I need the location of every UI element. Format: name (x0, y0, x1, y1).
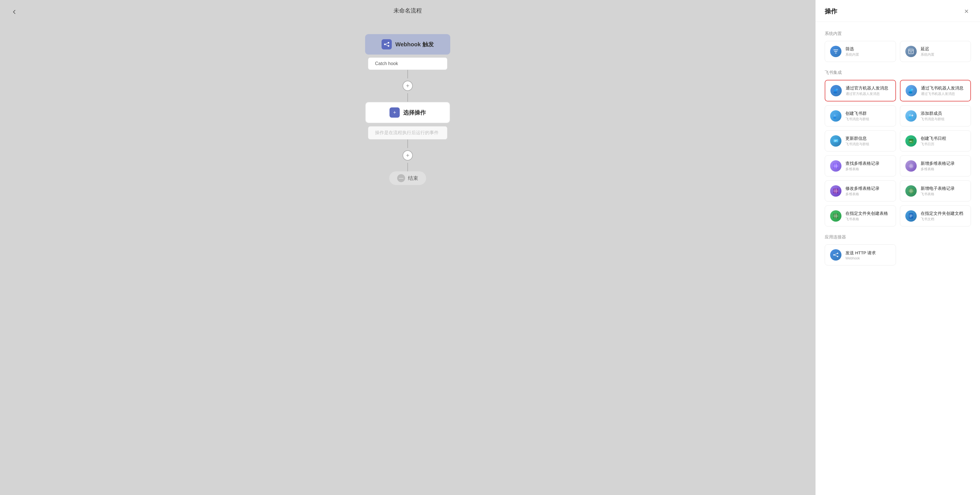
svg-point-2 (388, 45, 390, 47)
svg-rect-40 (908, 189, 913, 193)
svg-rect-45 (834, 214, 838, 219)
trigger-box[interactable]: Webhook 触发 (365, 34, 450, 54)
connector-1 (407, 70, 408, 78)
create-group-text: 创建飞书群 飞书消息与群组 (845, 110, 869, 121)
update-group-sub: 飞书消息与群组 (845, 142, 869, 147)
panel-title: 操作 (825, 7, 837, 16)
add-bitable-title: 新增多维表格记录 (921, 160, 955, 166)
add-btn-1[interactable]: + (402, 81, 413, 91)
feishu-actions-grid: 通过官方机器人发消息 通过官方机器人发消息 通过飞书机器人发消息 通过飞书机器人… (825, 80, 971, 227)
svg-point-13 (834, 115, 836, 117)
create-group-title: 创建飞书群 (845, 110, 869, 116)
http-title: 发送 HTTP 请求 (845, 250, 876, 256)
svg-point-14 (836, 114, 838, 116)
svg-rect-30 (908, 164, 913, 169)
filter-card-text: 筛选 系统内置 (845, 46, 859, 57)
svg-rect-22 (908, 139, 913, 141)
svg-point-17 (908, 117, 911, 118)
action-card-update-group[interactable]: 更新群信息 飞书消息与群组 (825, 131, 896, 152)
svg-point-16 (909, 114, 911, 116)
svg-point-51 (833, 254, 835, 256)
trigger-label: Webhook 触发 (395, 41, 433, 48)
feishu-bot-icon (905, 85, 917, 96)
http-icon (830, 249, 842, 260)
action-card-http[interactable]: 发送 HTTP 请求 Webhook (825, 244, 896, 265)
add-member-icon (905, 110, 917, 121)
action-card-create-calendar[interactable]: 创建飞书日程 飞书日历 (900, 131, 971, 152)
action-icon: + (390, 107, 400, 118)
create-doc-folder-text: 在指定文件夹创建文档 飞书文档 (921, 210, 963, 222)
svg-rect-25 (834, 164, 838, 169)
find-bitable-text: 查找多维表格记录 多维表格 (845, 160, 880, 172)
action-card-edit-bitable[interactable]: 修改多维表格记录 多维表格 (825, 180, 896, 201)
delay-card-text: 延迟 系统内置 (921, 46, 934, 57)
panel-header: 操作 ✕ (816, 0, 980, 22)
action-label: 选择操作 (403, 109, 426, 117)
back-button[interactable] (9, 7, 19, 17)
action-card-add-bitable[interactable]: 新增多维表格记录 多维表格 (900, 155, 971, 176)
svg-rect-23 (910, 141, 910, 142)
add-sheet-sub: 飞书表格 (921, 192, 955, 196)
official-bot-icon (830, 85, 842, 96)
filter-title: 筛选 (845, 46, 859, 52)
create-table-folder-text: 在指定文件夹创建表格 飞书表格 (845, 210, 888, 222)
official-bot-sub: 通过官方机器人发消息 (846, 91, 888, 96)
add-sheet-title: 新增电子表格记录 (921, 185, 955, 191)
connector-2 (407, 93, 408, 102)
action-card-delay[interactable]: 延迟 系统内置 (900, 41, 971, 62)
edit-bitable-title: 修改多维表格记录 (845, 185, 880, 191)
svg-line-54 (835, 254, 837, 255)
delay-title: 延迟 (921, 46, 934, 52)
action-card-official-bot[interactable]: 通过官方机器人发消息 通过官方机器人发消息 (825, 80, 896, 101)
delay-icon (905, 46, 917, 57)
create-doc-folder-icon (905, 210, 917, 222)
action-card-add-member[interactable]: 添加群成员 飞书消息与群组 (900, 105, 971, 126)
create-table-folder-icon (830, 210, 842, 222)
create-doc-folder-title: 在指定文件夹创建文档 (921, 210, 963, 216)
trigger-sub-box: Catch hook (368, 57, 447, 70)
edit-bitable-icon (830, 185, 842, 196)
svg-rect-35 (834, 189, 838, 193)
create-calendar-icon (905, 135, 917, 147)
action-card-create-group[interactable]: 创建飞书群 飞书消息与群组 (825, 105, 896, 126)
action-card-create-table-folder[interactable]: 在指定文件夹创建表格 飞书表格 (825, 206, 896, 227)
add-bitable-text: 新增多维表格记录 多维表格 (921, 160, 955, 172)
trigger-node: Webhook 触发 Catch hook (365, 34, 450, 70)
action-box[interactable]: + 选择操作 (365, 102, 450, 123)
add-btn-2[interactable]: + (402, 150, 413, 161)
close-button[interactable]: ✕ (962, 7, 971, 16)
svg-line-3 (386, 43, 388, 44)
svg-point-9 (834, 91, 837, 94)
panel-body: 系统内置 筛选 系统内置 (816, 22, 980, 495)
svg-line-4 (386, 45, 388, 46)
action-card-filter[interactable]: 筛选 系统内置 (825, 41, 896, 62)
page-title: 未命名流程 (393, 7, 422, 14)
action-node: + 选择操作 操作是在流程执行后运行的事件 (365, 102, 450, 139)
find-bitable-icon (830, 160, 842, 172)
action-card-find-bitable[interactable]: 查找多维表格记录 多维表格 (825, 155, 896, 176)
svg-point-0 (384, 43, 386, 45)
webhook-icon (382, 39, 392, 50)
flow-container: Webhook 触发 Catch hook + + 选择操作 操作是在流程执行后… (365, 34, 450, 185)
update-group-title: 更新群信息 (845, 135, 869, 141)
action-card-add-sheet[interactable]: 新增电子表格记录 飞书表格 (900, 180, 971, 201)
filter-sub: 系统内置 (845, 52, 859, 57)
find-bitable-title: 查找多维表格记录 (845, 160, 880, 166)
connector-actions-grid: 发送 HTTP 请求 Webhook (825, 244, 971, 265)
official-bot-title: 通过官方机器人发消息 (846, 85, 888, 91)
find-bitable-sub: 多维表格 (845, 167, 880, 172)
action-card-create-doc-folder[interactable]: 在指定文件夹创建文档 飞书文档 (900, 206, 971, 227)
create-doc-folder-sub: 飞书文档 (921, 217, 963, 222)
edit-bitable-sub: 多维表格 (845, 192, 880, 196)
svg-rect-24 (911, 141, 912, 142)
create-calendar-sub: 飞书日历 (921, 142, 946, 147)
add-member-text: 添加群成员 飞书消息与群组 (921, 110, 945, 121)
connector-4 (407, 163, 408, 171)
svg-point-12 (908, 91, 912, 94)
action-card-feishu-bot[interactable]: 通过飞书机器人发消息 通过飞书机器人发消息 (900, 80, 971, 101)
end-label: 结束 (408, 175, 418, 182)
create-table-folder-sub: 飞书表格 (845, 217, 888, 222)
svg-rect-20 (834, 139, 838, 142)
create-group-icon (830, 110, 842, 121)
section-system-title: 系统内置 (825, 31, 971, 37)
